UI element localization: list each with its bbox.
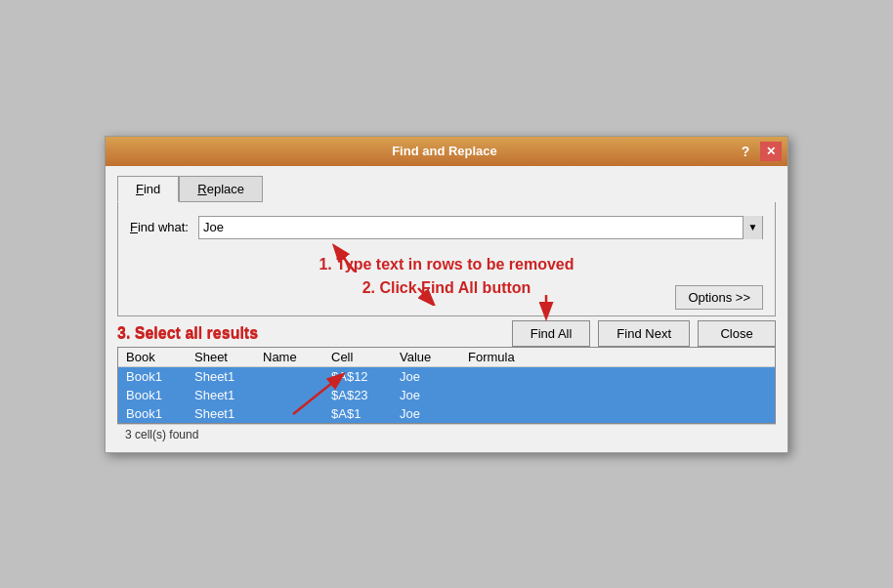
row1-sheet: Sheet1 bbox=[194, 369, 263, 384]
tab-replace[interactable]: Replace bbox=[179, 176, 263, 202]
status-bar: 3 cell(s) found bbox=[117, 424, 776, 444]
row3-formula bbox=[468, 406, 767, 421]
row2-sheet: Sheet1 bbox=[194, 388, 263, 402]
tab-find[interactable]: Find bbox=[117, 176, 179, 202]
title-bar: Find and Replace ? ✕ bbox=[106, 137, 787, 166]
annotation-area: 1. Type text in rows to be removed 2. Cl… bbox=[130, 247, 763, 306]
row3-book: Book1 bbox=[126, 406, 194, 421]
row2-name bbox=[263, 388, 331, 402]
find-what-row: Find what: ▼ bbox=[130, 216, 763, 239]
row1-cell: $A$12 bbox=[331, 369, 400, 384]
results-body: Book1 Sheet1 $A$12 Joe Book1 Sheet1 $A$2… bbox=[118, 367, 775, 423]
find-all-wrapper: Find All bbox=[512, 320, 591, 347]
row2-cell: $A$23 bbox=[331, 388, 400, 402]
results-table: Book Sheet Name Cell Value Formula Book1… bbox=[117, 347, 776, 424]
tab-content: Find what: ▼ bbox=[117, 202, 776, 316]
title-bar-controls: ? ✕ bbox=[735, 142, 782, 161]
row3-cell: $A$1 bbox=[331, 406, 400, 421]
row1-formula bbox=[468, 369, 767, 384]
dialog-body: Find Replace Find what: ▼ bbox=[106, 166, 787, 452]
result-row[interactable]: Book1 Sheet1 $A$12 Joe bbox=[118, 367, 775, 386]
status-text: 3 cell(s) found bbox=[125, 428, 198, 441]
tab-replace-label: Replace bbox=[197, 182, 244, 196]
find-input-wrapper: ▼ bbox=[198, 216, 763, 239]
dialog-title: Find and Replace bbox=[154, 144, 735, 158]
options-button[interactable]: Options >> bbox=[675, 285, 763, 310]
action-area: 3. Select all results Find All Find Next bbox=[117, 316, 776, 353]
find-replace-dialog: Find and Replace ? ✕ Find Replace Find w… bbox=[105, 136, 788, 453]
result-row[interactable]: Book1 Sheet1 $A$1 Joe bbox=[118, 404, 775, 423]
tabs: Find Replace bbox=[117, 176, 776, 202]
annotation-text: 1. Type text in rows to be removed 2. Cl… bbox=[319, 253, 574, 300]
row1-value: Joe bbox=[400, 369, 468, 384]
row2-value: Joe bbox=[400, 388, 468, 402]
row2-formula bbox=[468, 388, 767, 402]
row3-sheet: Sheet1 bbox=[194, 406, 263, 421]
row2-book: Book1 bbox=[126, 388, 194, 402]
row1-name bbox=[263, 369, 331, 384]
row3-name bbox=[263, 406, 331, 421]
find-dropdown-button[interactable]: ▼ bbox=[743, 216, 762, 239]
step3-annotation: 3. Select all results bbox=[117, 324, 258, 342]
close-title-button[interactable]: ✕ bbox=[760, 142, 782, 161]
close-button[interactable]: Close bbox=[698, 320, 776, 347]
find-what-label: Find what: bbox=[130, 220, 198, 234]
tab-find-label: Find bbox=[136, 182, 160, 196]
find-all-button[interactable]: Find All bbox=[512, 320, 591, 347]
result-row[interactable]: Book1 Sheet1 $A$23 Joe bbox=[118, 386, 775, 404]
find-input[interactable] bbox=[199, 217, 743, 238]
find-next-button[interactable]: Find Next bbox=[598, 320, 690, 347]
help-button[interactable]: ? bbox=[735, 142, 756, 161]
row3-value: Joe bbox=[400, 406, 468, 421]
row1-book: Book1 bbox=[126, 369, 194, 384]
